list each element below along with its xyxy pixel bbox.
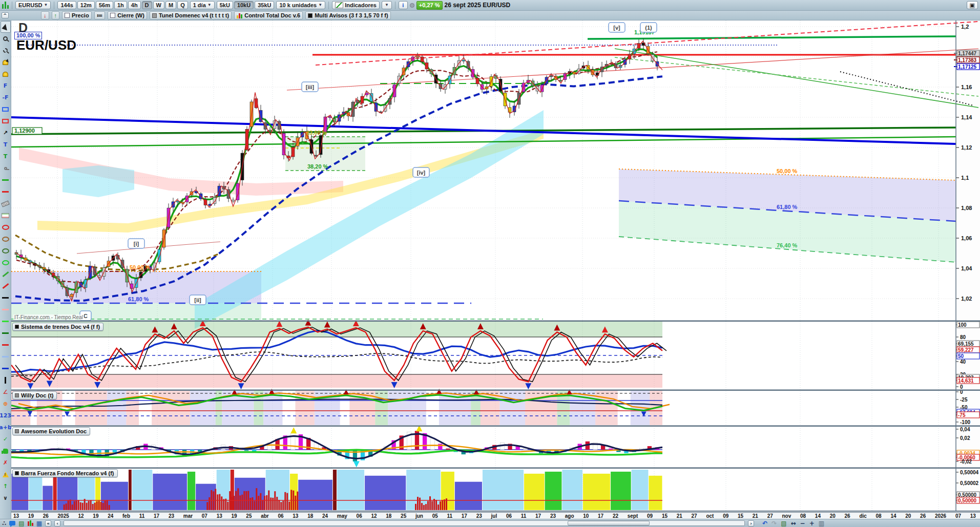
timeframe-button-1h[interactable]: 1h [114,1,127,9]
tool-hline-black[interactable] [1,292,11,304]
add-chart-icon[interactable]: ▧ [781,520,786,526]
panel-label-barra[interactable]: Barra Fuerza Fondo Mercado v4 (f) [12,469,118,477]
tool-measure-green[interactable] [1,174,11,186]
tool-zoom-area[interactable] [1,45,11,56]
tool-ruler[interactable] [1,198,11,209]
tool-more-tools[interactable]: ∨ [1,492,11,504]
pan-zoom-icon[interactable]: ↔ [791,520,796,526]
collapse-toolbar-button[interactable]: ^ [2,12,9,18]
panel-label-willy[interactable]: Willy Doc (t) [12,391,57,399]
scrollbar-thumb[interactable] [568,521,650,525]
tool-ellipse-olive[interactable] [1,245,11,257]
volume-button-10kU[interactable]: 10kU [234,1,254,9]
checkbox-icon[interactable] [65,13,70,18]
time-axis[interactable]: 1319262025121924feb111723mar07131925abr0… [11,512,980,519]
export-icon[interactable]: ▤ [18,520,24,526]
timeframe-button-4h[interactable]: 4h [128,1,141,9]
columns-icon[interactable]: ▥ [819,520,824,526]
tool-comment[interactable]: T [1,151,11,162]
tool-fibonacci[interactable]: F [1,80,11,92]
checkbox-icon[interactable] [110,13,115,18]
period-dropdown[interactable]: 1 día▼ [190,1,215,9]
svg-text:1,02: 1,02 [961,296,972,302]
tool-ellipse-red[interactable] [1,221,11,233]
close-w-toggle[interactable]: Cierre (W) [108,11,147,19]
tool-like[interactable] [1,445,11,457]
timeframe-button-Q[interactable]: Q [177,1,188,9]
indicators-button[interactable]: Indicadores [332,1,380,9]
timeframe-button-144s[interactable]: 144s [57,1,76,9]
timeframe-button-56m[interactable]: 56m [96,1,113,9]
tool-delete[interactable]: ✗ [1,457,11,469]
scroll-left-button[interactable]: ‹ [54,520,60,526]
control-total-button[interactable]: Control Total Doc v.6 [234,11,303,19]
share-icon[interactable]: ∴ [2,520,6,526]
volume-button-35kU[interactable]: 35kU [255,1,274,9]
tool-warning[interactable] [1,469,11,480]
tool-alert-bell[interactable] [1,68,11,80]
tool-vline[interactable] [1,374,11,386]
timeframe-button-D[interactable]: D [142,1,152,9]
chat-icon[interactable] [9,521,15,525]
time-label: 17 [154,513,159,519]
timeframe-button-W[interactable]: W [153,1,164,9]
date-symbol-label: 26 sept 2025 EUR/USD [445,2,511,9]
list-button[interactable]: ≔ [94,11,106,19]
scroll-right-button[interactable]: › [748,520,754,526]
multi-avisos-button[interactable]: Multi Avisos (3 f 3 1,5 70 f f) [305,11,390,19]
tool-hline-lightblue[interactable] [1,351,11,363]
tool-alert-pointer[interactable] [1,56,11,68]
zoom-out-icon[interactable]: − [800,520,805,526]
symbol-dropdown[interactable]: EURUSD▼ [15,1,51,9]
volume-button-5kU[interactable]: 5kU [217,1,233,9]
tool-arrow[interactable]: ↗ [1,127,11,139]
zoom-in-icon[interactable]: + [809,520,815,526]
tunel-domenec-button[interactable]: Tunel Domenec v4 (t t t t t) [150,11,232,19]
indicators-icon[interactable] [28,520,33,526]
tool-zoom[interactable] [1,33,11,45]
info-button[interactable]: i [399,1,408,9]
tool-formula[interactable]: a+b [1,421,11,433]
undo-icon[interactable]: ↶ [762,520,767,526]
panel-label-sistema[interactable]: Sistema de trenes Doc v4 (f f) [12,323,103,331]
tool-confirm[interactable]: ✓ [1,433,11,445]
tool-rect-blue[interactable] [1,103,11,115]
tool-trendline-red[interactable] [1,280,11,292]
price-toggle[interactable]: Precio [62,11,92,19]
tool-pointer[interactable] [1,21,11,33]
horizontal-scrollbar[interactable] [64,520,745,526]
chart-canvas[interactable]: 1,1918750,00 %61,80 %23,60 %38,20 %50,00… [11,20,980,512]
timeframe-button-M[interactable]: M [165,1,176,9]
tool-arrow-up[interactable]: ↑ [1,480,11,492]
time-label: 27 [767,513,773,519]
move-down-button[interactable]: ↓ [41,11,49,19]
tool-anchor[interactable] [1,162,11,174]
svg-text:14,631: 14,631 [958,378,974,384]
tool-angle[interactable]: ∠ [1,386,11,398]
tool-fibonacci-levels[interactable]: -F [1,92,11,103]
indicators-more-dropdown[interactable]: ▼ [382,1,392,9]
tool-numbers[interactable]: 123 [1,410,11,421]
tool-hline-pink[interactable] [1,304,11,315]
tool-hline-blue[interactable] [1,363,11,374]
tool-text[interactable]: T [1,139,11,151]
timeframe-button-12m[interactable]: 12m [77,1,95,9]
tool-trendline-green[interactable] [1,268,11,280]
tool-hline-red[interactable] [1,339,11,351]
units-dropdown[interactable]: 10 k unidades▼ [276,1,325,9]
tool-hline-darkgreen[interactable] [1,327,11,339]
tool-hline-green[interactable] [1,315,11,327]
tool-circle-plus[interactable]: ⊕ [1,398,11,410]
panel-label-awesome[interactable]: Awesome Evolution Doc [12,427,90,435]
tool-measure-red[interactable] [1,186,11,198]
scroll-far-left-button[interactable]: « [45,520,51,526]
tool-ellipse-green[interactable] [1,257,11,268]
tool-rect-red[interactable] [1,115,11,127]
move-up-button[interactable]: ↑ [52,11,60,19]
price-label: Precio [72,12,89,18]
redo-icon[interactable]: ↷ [772,520,777,526]
layout-icon[interactable]: ▣ [967,1,978,9]
tool-ellipse-brown[interactable] [1,233,11,245]
chart-window-icon[interactable]: ▦ [36,520,42,526]
tool-pattern[interactable] [1,209,11,221]
